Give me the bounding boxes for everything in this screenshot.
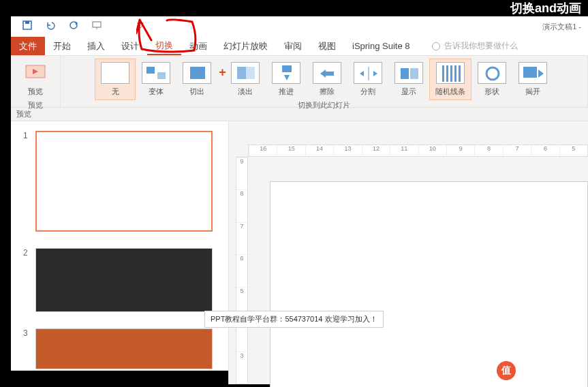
slideshow-icon[interactable]	[91, 20, 102, 33]
transition-wipe[interactable]: 擦除	[307, 59, 347, 100]
vertical-ruler: 9876543	[236, 157, 248, 384]
svg-rect-23	[523, 67, 537, 78]
svg-rect-15	[401, 68, 409, 79]
svg-rect-8	[146, 67, 155, 74]
slide-number-1: 1	[23, 131, 30, 232]
bulb-icon	[432, 42, 440, 50]
slide-number-2: 2	[23, 248, 30, 312]
tell-me-placeholder: 告诉我你想要做什么	[444, 40, 518, 52]
slide-thumb-3[interactable]: 3	[23, 328, 216, 369]
group-label-transitions: 切换到此幻灯片	[298, 100, 350, 112]
undo-icon[interactable]	[45, 20, 56, 33]
slide-thumb-1[interactable]: 1	[23, 131, 216, 232]
preview-button[interactable]: 预览	[15, 59, 56, 100]
group-preview: 预览 预览	[11, 56, 61, 107]
tab-file[interactable]: 文件	[11, 37, 45, 55]
transition-random-bars[interactable]: 随机线条	[429, 59, 471, 100]
tab-view[interactable]: 视图	[310, 37, 344, 55]
transition-shape-label: 形状	[484, 87, 499, 97]
transition-push[interactable]: 推进	[266, 59, 307, 100]
watermark: 值 什么值得买	[497, 361, 581, 380]
horizontal-ruler: 1615141312111098765	[248, 144, 588, 157]
qat-dropdown-icon[interactable]	[135, 20, 146, 33]
transition-push-label: 推进	[279, 87, 294, 97]
transition-reveal[interactable]: 显示	[388, 59, 429, 100]
slide-number-3: 3	[23, 328, 30, 369]
svg-rect-10	[190, 67, 205, 79]
svg-rect-20	[454, 65, 457, 82]
save-icon[interactable]	[22, 20, 33, 33]
ribbon: 预览 预览 无 变体 切出 + 淡出 推进 擦除 分割 显示 随机线条 形状 揭…	[11, 56, 588, 108]
transition-uncover[interactable]: 揭开	[512, 59, 553, 100]
preview-label: 预览	[28, 87, 43, 97]
tab-insert[interactable]: 插入	[79, 37, 113, 55]
watermark-text: 什么值得买	[520, 362, 581, 379]
plus-annotation: +	[219, 65, 226, 80]
transition-cut[interactable]: 切出	[176, 59, 217, 100]
transition-fade-label: 淡出	[238, 87, 253, 97]
tooltip: PPT教程自学平台群：554737014 欢迎学习加入！	[204, 311, 384, 328]
tab-animation[interactable]: 动画	[181, 37, 215, 55]
svg-rect-17	[442, 65, 444, 82]
ribbon-tabs: 文件 开始 插入 设计 切换 动画 幻灯片放映 审阅 视图 iSpring Su…	[11, 37, 588, 56]
transition-reveal-label: 显示	[401, 87, 416, 97]
tab-review[interactable]: 审阅	[276, 37, 310, 55]
group-transitions: 无 变体 切出 + 淡出 推进 擦除 分割 显示 随机线条 形状 揭开 切换到此…	[61, 56, 588, 107]
slide-thumb-2[interactable]: 2	[23, 248, 216, 312]
slide-2-preview	[35, 248, 213, 312]
watermark-icon: 值	[497, 361, 516, 380]
tab-transition[interactable]: 切换	[147, 37, 181, 55]
svg-point-22	[486, 67, 499, 80]
transition-fade[interactable]: 淡出	[225, 59, 266, 100]
tab-design[interactable]: 设计	[113, 37, 147, 55]
tab-start[interactable]: 开始	[45, 37, 79, 55]
overlay-text-1: 切换and动画	[510, 0, 581, 16]
svg-rect-18	[446, 65, 448, 82]
transition-shape[interactable]: 形状	[471, 59, 512, 100]
slide-panel[interactable]: 1 2 3	[11, 121, 229, 384]
transition-uncover-label: 揭开	[525, 87, 540, 97]
slide-3-preview	[35, 328, 213, 369]
quick-access-toolbar: 演示文稿1 -	[11, 16, 588, 37]
transition-none[interactable]: 无	[95, 59, 136, 100]
transition-morph-label: 变体	[149, 87, 164, 97]
svg-rect-21	[459, 65, 461, 82]
workspace: 1 2 3 1615141312111098765 9876543	[11, 121, 588, 384]
svg-rect-12	[237, 67, 246, 79]
slide-canvas[interactable]: 1615141312111098765 9876543	[229, 121, 588, 384]
svg-rect-9	[157, 72, 166, 79]
transition-split[interactable]: 分割	[347, 59, 388, 100]
transition-cut-label: 切出	[189, 87, 204, 97]
tab-ispring[interactable]: iSpring Suite 8	[344, 37, 418, 55]
svg-rect-1	[25, 21, 29, 24]
svg-rect-16	[410, 68, 418, 79]
svg-rect-19	[450, 65, 452, 82]
tab-slideshow[interactable]: 幻灯片放映	[215, 37, 276, 55]
slide-1-preview	[35, 131, 213, 232]
redo-icon[interactable]	[68, 20, 79, 33]
document-title: 演示文稿1 -	[542, 22, 581, 32]
transition-wipe-label: 擦除	[320, 87, 335, 97]
transition-split-label: 分割	[360, 87, 375, 97]
slide-editor[interactable]	[270, 181, 588, 387]
transition-random-label: 随机线条	[435, 87, 465, 97]
svg-rect-3	[93, 22, 101, 27]
transition-morph[interactable]: 变体	[136, 59, 176, 100]
tell-me-search[interactable]: 告诉我你想要做什么	[432, 37, 518, 55]
transition-none-label: 无	[112, 87, 119, 97]
svg-rect-13	[282, 65, 292, 72]
